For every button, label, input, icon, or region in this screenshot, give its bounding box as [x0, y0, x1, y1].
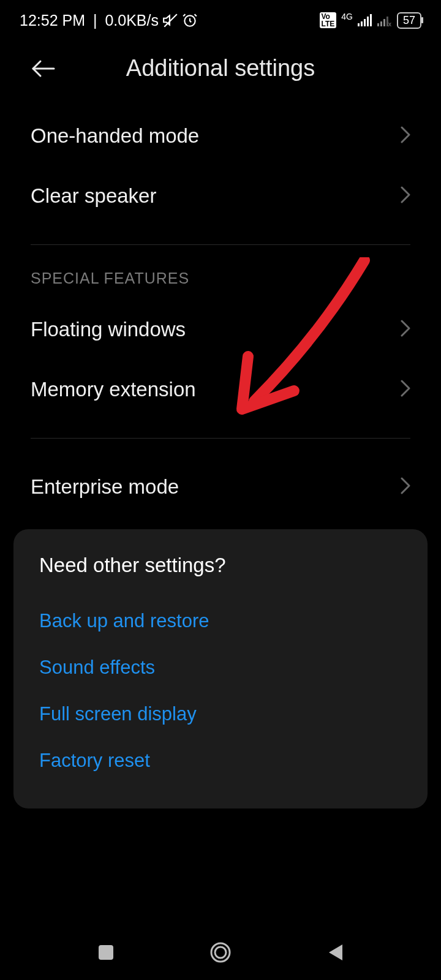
item-enterprise-mode[interactable]: Enterprise mode: [0, 457, 441, 517]
item-label: One-handed mode: [31, 124, 199, 148]
suggestion-backup[interactable]: Back up and restore: [39, 598, 402, 644]
svg-rect-2: [358, 23, 360, 26]
svg-text:x: x: [388, 21, 391, 26]
svg-line-0: [164, 14, 177, 27]
network-type-label: 4G: [341, 12, 353, 21]
mute-icon: [162, 12, 178, 28]
suggestions-title: Need other settings?: [39, 554, 402, 577]
svg-rect-6: [370, 14, 372, 26]
chevron-right-icon: [401, 126, 410, 146]
chevron-right-icon: [401, 380, 410, 399]
item-label: Memory extension: [31, 378, 196, 401]
status-time: 12:52 PM: [20, 12, 85, 29]
chevron-right-icon: [401, 186, 410, 206]
svg-rect-4: [364, 19, 366, 26]
page-header: Additional settings: [0, 37, 441, 106]
page-title: Additional settings: [55, 55, 386, 81]
suggestion-factory-reset[interactable]: Factory reset: [39, 737, 402, 784]
status-right: VoLTE 4G x 57: [320, 12, 422, 29]
svg-rect-13: [99, 945, 113, 960]
status-separator: |: [89, 12, 101, 29]
item-label: Enterprise mode: [31, 475, 179, 499]
suggestion-sound[interactable]: Sound effects: [39, 644, 402, 691]
svg-rect-5: [367, 17, 369, 26]
battery-level: 57: [403, 14, 415, 27]
divider: [31, 244, 410, 245]
chevron-right-icon: [401, 477, 410, 497]
signal-2-icon: x: [377, 14, 392, 26]
nav-recent-button[interactable]: [91, 937, 121, 968]
status-left: 12:52 PM | 0.0KB/s: [20, 12, 198, 29]
suggestions-card: Need other settings? Back up and restore…: [13, 529, 428, 809]
item-floating-windows[interactable]: Floating windows: [0, 300, 441, 360]
chevron-right-icon: [401, 320, 410, 339]
status-data-rate: 0.0KB/s: [105, 12, 159, 29]
nav-back-button[interactable]: [320, 937, 350, 968]
svg-rect-8: [380, 21, 382, 26]
item-clear-speaker[interactable]: Clear speaker: [0, 166, 441, 226]
svg-point-15: [215, 947, 226, 958]
volte-icon: VoLTE: [320, 12, 337, 28]
alarm-icon: [182, 12, 198, 28]
item-label: Floating windows: [31, 318, 186, 341]
svg-rect-9: [383, 19, 385, 26]
suggestion-fullscreen[interactable]: Full screen display: [39, 691, 402, 737]
nav-home-button[interactable]: [205, 937, 236, 968]
back-button[interactable]: [31, 59, 55, 78]
item-memory-extension[interactable]: Memory extension: [0, 360, 441, 420]
navigation-bar: [0, 925, 441, 980]
svg-rect-3: [361, 21, 363, 26]
svg-rect-7: [377, 23, 379, 26]
section-special-features: SPECIAL FEATURES: [0, 263, 441, 300]
divider: [31, 438, 410, 439]
svg-marker-16: [329, 944, 342, 960]
status-bar: 12:52 PM | 0.0KB/s VoLTE 4G: [0, 0, 441, 37]
item-label: Clear speaker: [31, 184, 156, 208]
item-one-handed-mode[interactable]: One-handed mode: [0, 106, 441, 166]
signal-1-icon: [358, 14, 372, 26]
battery-icon: 57: [397, 12, 421, 29]
